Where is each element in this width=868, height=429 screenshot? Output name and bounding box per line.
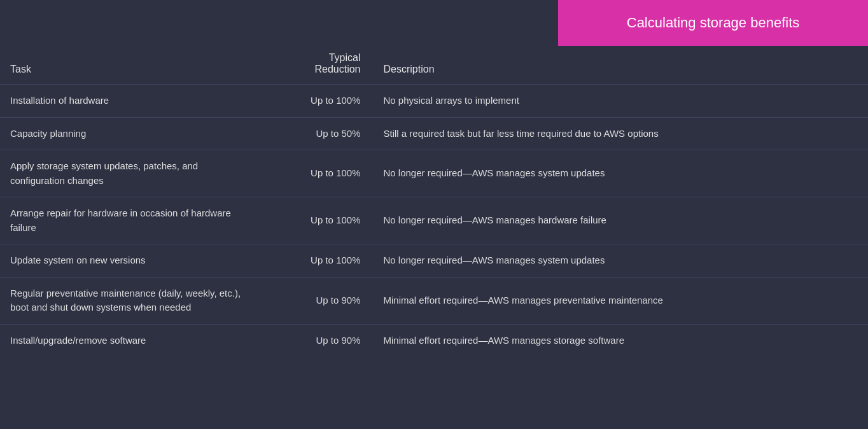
- cell-reduction-3: Up to 100%: [260, 197, 373, 244]
- cell-reduction-4: Up to 100%: [260, 244, 373, 278]
- cell-description-4: No longer required—AWS manages system up…: [374, 244, 869, 278]
- header-title: Calculating storage benefits: [627, 15, 800, 31]
- table-row: Installation of hardwareUp to 100%No phy…: [0, 85, 868, 118]
- table-row: Arrange repair for hardware in occasion …: [0, 197, 868, 244]
- table-container: Task Typical Reduction Description Insta…: [0, 46, 868, 356]
- table-row: Regular preventative maintenance (daily,…: [0, 277, 868, 324]
- cell-description-1: Still a required task but far less time …: [374, 117, 869, 150]
- cell-reduction-6: Up to 90%: [260, 324, 373, 356]
- table-header-row: Task Typical Reduction Description: [0, 46, 868, 85]
- header-title-box: Calculating storage benefits: [558, 0, 868, 46]
- table-row: Capacity planningUp to 50%Still a requir…: [0, 117, 868, 150]
- cell-task-0: Installation of hardware: [0, 85, 260, 118]
- cell-task-4: Update system on new versions: [0, 244, 260, 278]
- table-row: Install/upgrade/remove softwareUp to 90%…: [0, 324, 868, 356]
- cell-reduction-5: Up to 90%: [260, 277, 373, 324]
- cell-description-5: Minimal effort required—AWS manages prev…: [374, 277, 869, 324]
- table-row: Apply storage system updates, patches, a…: [0, 150, 868, 197]
- page-wrapper: Calculating storage benefits Task Typica…: [0, 0, 868, 429]
- cell-description-3: No longer required—AWS manages hardware …: [374, 197, 869, 244]
- cell-task-3: Arrange repair for hardware in occasion …: [0, 197, 260, 244]
- main-table: Task Typical Reduction Description Insta…: [0, 46, 868, 356]
- cell-task-2: Apply storage system updates, patches, a…: [0, 150, 260, 197]
- cell-reduction-2: Up to 100%: [260, 150, 373, 197]
- col-header-description: Description: [374, 46, 869, 85]
- cell-description-6: Minimal effort required—AWS manages stor…: [374, 324, 869, 356]
- cell-task-1: Capacity planning: [0, 117, 260, 150]
- cell-task-6: Install/upgrade/remove software: [0, 324, 260, 356]
- col-header-reduction: Typical Reduction: [260, 46, 373, 85]
- cell-task-5: Regular preventative maintenance (daily,…: [0, 277, 260, 324]
- cell-description-2: No longer required—AWS manages system up…: [374, 150, 869, 197]
- col-header-task: Task: [0, 46, 260, 85]
- cell-description-0: No physical arrays to implement: [374, 85, 869, 118]
- cell-reduction-0: Up to 100%: [260, 85, 373, 118]
- header-bar: Calculating storage benefits: [0, 0, 868, 46]
- cell-reduction-1: Up to 50%: [260, 117, 373, 150]
- table-row: Update system on new versionsUp to 100%N…: [0, 244, 868, 278]
